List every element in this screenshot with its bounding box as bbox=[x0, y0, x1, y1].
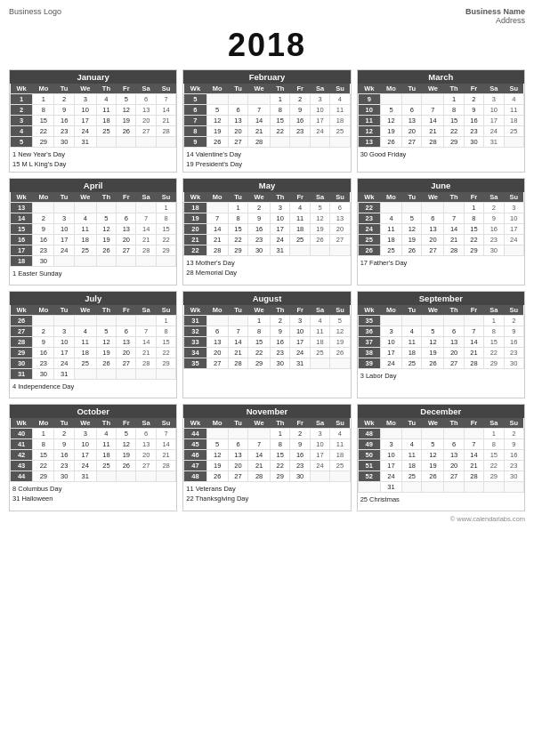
day-cell: 20 bbox=[206, 347, 228, 358]
week-number: 27 bbox=[11, 326, 33, 336]
col-header-mo: Mo bbox=[206, 192, 228, 203]
holiday-item: 22 Thanksgiving Day bbox=[186, 494, 347, 503]
day-cell: 3 bbox=[290, 315, 310, 326]
day-cell: 25 bbox=[330, 126, 350, 137]
day-cell: 22 bbox=[464, 234, 483, 245]
day-cell: 7 bbox=[156, 94, 175, 105]
footer: © www.calendarlabs.com bbox=[9, 515, 525, 523]
col-header-su: Su bbox=[156, 305, 175, 316]
day-cell: 15 bbox=[33, 116, 54, 126]
col-header-sa: Sa bbox=[310, 84, 329, 94]
day-cell: 28 bbox=[156, 460, 175, 470]
day-cell: 6 bbox=[117, 326, 136, 336]
day-cell: 7 bbox=[248, 105, 271, 116]
col-header-th: Th bbox=[271, 192, 290, 203]
month-header: October bbox=[10, 405, 176, 418]
month-header: November bbox=[183, 405, 350, 418]
day-cell: 6 bbox=[444, 438, 464, 449]
month-header: August bbox=[183, 292, 350, 305]
day-cell: 16 bbox=[54, 449, 74, 460]
day-cell bbox=[444, 202, 464, 213]
day-cell bbox=[117, 137, 136, 148]
holiday-item: 17 Father's Day bbox=[360, 258, 522, 268]
day-cell: 17 bbox=[74, 449, 96, 460]
holidays-section: 25 Christmas bbox=[358, 493, 524, 511]
day-cell: 3 bbox=[74, 428, 96, 438]
day-cell: 23 bbox=[484, 234, 504, 245]
week-number: 49 bbox=[358, 438, 380, 449]
week-number: 44 bbox=[184, 428, 206, 438]
col-header-sa: Sa bbox=[310, 418, 329, 429]
week-number: 33 bbox=[184, 336, 206, 347]
day-cell: 30 bbox=[271, 358, 290, 368]
day-cell: 9 bbox=[33, 336, 54, 347]
col-header-th: Th bbox=[96, 84, 116, 94]
day-cell: 17 bbox=[380, 460, 401, 470]
day-cell: 28 bbox=[248, 137, 271, 148]
day-cell: 26 bbox=[422, 358, 444, 368]
holidays-section: 30 Good Friday bbox=[358, 148, 524, 165]
col-header-th: Th bbox=[96, 192, 116, 203]
col-header-tu: Tu bbox=[402, 418, 422, 429]
day-cell: 23 bbox=[33, 358, 54, 368]
day-cell: 5 bbox=[330, 315, 350, 326]
col-header-th: Th bbox=[96, 418, 116, 429]
day-cell: 17 bbox=[504, 223, 523, 234]
day-cell: 14 bbox=[156, 438, 175, 449]
day-cell: 3 bbox=[54, 213, 74, 223]
col-header-fr: Fr bbox=[117, 305, 136, 316]
col-header-wk: Wk bbox=[358, 418, 380, 429]
day-cell: 17 bbox=[380, 347, 401, 358]
day-cell: 15 bbox=[156, 223, 175, 234]
col-header-tu: Tu bbox=[54, 84, 74, 94]
day-cell bbox=[484, 481, 504, 492]
week-number: 20 bbox=[184, 223, 206, 234]
day-cell: 4 bbox=[96, 94, 116, 105]
day-cell: 25 bbox=[402, 358, 422, 368]
day-cell bbox=[156, 470, 175, 481]
col-header-th: Th bbox=[271, 84, 290, 94]
week-number: 1 bbox=[11, 94, 33, 105]
day-cell: 2 bbox=[33, 213, 54, 223]
day-cell: 16 bbox=[33, 347, 54, 358]
day-cell: 20 bbox=[330, 223, 350, 234]
col-header-tu: Tu bbox=[54, 305, 74, 316]
day-cell bbox=[330, 358, 350, 368]
day-cell: 11 bbox=[74, 223, 96, 234]
week-number: 29 bbox=[11, 347, 33, 358]
col-header-wk: Wk bbox=[358, 192, 380, 203]
holidays-section: 13 Mother's Day28 Memorial Day bbox=[183, 256, 350, 280]
calendar-table: WkMoTuWeThFrSaSu512346567891011712131415… bbox=[183, 84, 350, 148]
col-header-sa: Sa bbox=[136, 305, 156, 316]
day-cell: 10 bbox=[74, 438, 96, 449]
col-header-su: Su bbox=[156, 84, 175, 94]
day-cell: 26 bbox=[117, 460, 136, 470]
col-header-mo: Mo bbox=[206, 305, 228, 316]
col-header-we: We bbox=[248, 418, 271, 429]
day-cell: 3 bbox=[310, 94, 329, 105]
holiday-item: 8 Columbus Day bbox=[12, 484, 174, 494]
day-cell: 20 bbox=[117, 347, 136, 358]
day-cell: 25 bbox=[380, 245, 401, 255]
col-header-th: Th bbox=[271, 418, 290, 429]
day-cell bbox=[117, 315, 136, 326]
week-number: 44 bbox=[11, 470, 33, 481]
day-cell: 16 bbox=[504, 449, 523, 460]
day-cell: 2 bbox=[504, 315, 523, 326]
day-cell bbox=[422, 202, 444, 213]
day-cell bbox=[464, 481, 483, 492]
day-cell: 25 bbox=[74, 245, 96, 255]
day-cell bbox=[136, 368, 156, 379]
day-cell: 1 bbox=[156, 202, 175, 213]
col-header-su: Su bbox=[330, 84, 350, 94]
day-cell: 14 bbox=[464, 336, 483, 347]
day-cell: 10 bbox=[380, 449, 401, 460]
day-cell bbox=[96, 202, 116, 213]
day-cell: 12 bbox=[96, 336, 116, 347]
week-number: 2 bbox=[11, 105, 33, 116]
col-header-fr: Fr bbox=[290, 192, 310, 203]
day-cell: 15 bbox=[464, 223, 483, 234]
holidays-section: 1 Easter Sunday bbox=[10, 267, 176, 285]
day-cell: 12 bbox=[206, 116, 228, 126]
day-cell bbox=[96, 255, 116, 266]
